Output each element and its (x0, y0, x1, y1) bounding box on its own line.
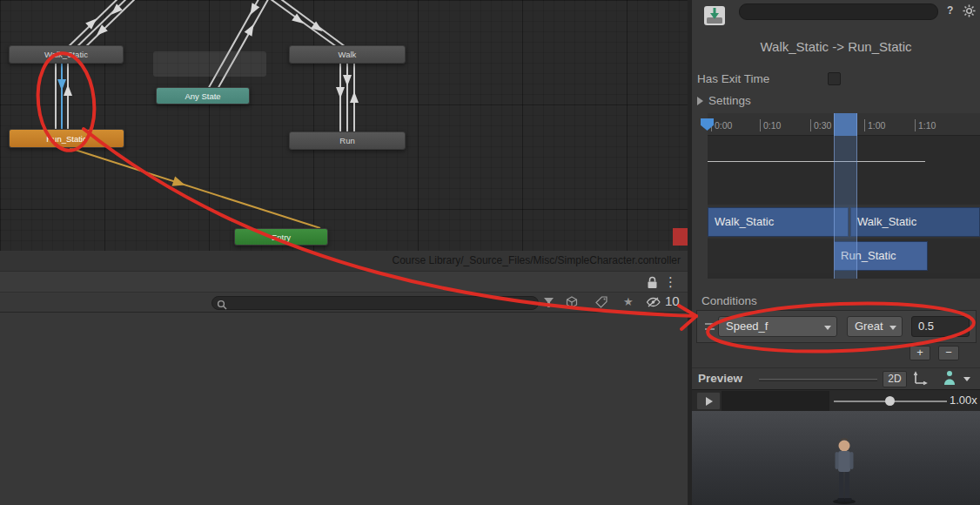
gear-icon[interactable] (963, 4, 976, 21)
animator-graph-canvas[interactable]: Walk_Static Walk Any State Run_Static Ru… (0, 0, 688, 251)
condition-parameter-dropdown[interactable]: Speed_f (718, 316, 837, 337)
chevron-down-icon (824, 326, 831, 330)
star-icon[interactable]: ★ (623, 295, 634, 308)
transition-name-field[interactable] (739, 3, 938, 20)
clip-bar-walk-static[interactable]: Walk_Static (708, 207, 849, 237)
kebab-menu-icon[interactable]: ⋮ (664, 274, 677, 290)
conditions-heading: Conditions (701, 294, 757, 307)
entry-default-transition-line[interactable] (70, 148, 320, 228)
playback-speed-value: 1.00x (950, 394, 977, 407)
window-toolbar: ⋮ (0, 271, 688, 292)
state-node-run[interactable]: Run (289, 131, 406, 150)
playbar-track-area (722, 391, 829, 411)
transition-title: Walk_Static -> Run_Static (692, 39, 980, 54)
has-exit-time-checkbox[interactable] (828, 72, 841, 85)
transition-range-band[interactable] (834, 113, 857, 279)
condition-operator-dropdown[interactable]: Great (847, 316, 903, 337)
add-condition-button[interactable]: + (910, 346, 930, 360)
preview-2d-button[interactable]: 2D (883, 371, 907, 387)
hidden-object-count: 10 (665, 293, 680, 308)
avatar-icon (943, 370, 957, 386)
selected-transition-arrowhead (57, 79, 66, 91)
state-node-run-static[interactable]: Run_Static (9, 129, 124, 148)
red-marker-square (673, 228, 688, 246)
speed-slider-handle[interactable] (885, 396, 895, 406)
condition-drag-handle[interactable] (705, 323, 715, 330)
state-label: Walk_Static (44, 50, 88, 59)
state-label: Walk (339, 50, 357, 59)
search-icon (217, 298, 227, 313)
drag-ghost-box (153, 51, 266, 77)
transition-timeline[interactable]: 0:00 0:10 0:30 1:00 1:10 Walk_Static Wal… (708, 113, 980, 279)
entry-transition-arrowhead (171, 176, 186, 190)
blend-curve-line (708, 161, 925, 162)
preview-playbar: 1.00x (692, 389, 980, 411)
filter-icon[interactable] (543, 296, 554, 312)
preview-character (822, 437, 866, 505)
preview-heading: Preview (698, 372, 742, 385)
empty-panel-area (0, 313, 688, 505)
state-node-any-state[interactable]: Any State (156, 87, 250, 104)
preview-splitter-handle[interactable] (759, 379, 877, 381)
tag-icon[interactable] (595, 296, 607, 312)
inspector-panel: ? Walk_Static -> Run_Static Has Exit Tim… (692, 0, 980, 505)
lock-icon[interactable] (647, 276, 658, 293)
transition-lines (0, 0, 688, 251)
timeline-tick: 0:30 (810, 119, 831, 131)
transition-icon (703, 5, 726, 30)
play-button[interactable] (696, 392, 721, 410)
gizmo-axis-icon[interactable] (913, 371, 928, 389)
preview-header: Preview 2D (692, 367, 980, 389)
settings-label[interactable]: Settings (708, 94, 751, 107)
search-input[interactable] (211, 296, 539, 310)
state-node-walk-static[interactable]: Walk_Static (9, 45, 124, 64)
conditions-list: Speed_f Great 0.5 (696, 310, 977, 343)
state-label: Any State (185, 91, 220, 101)
prefab-cube-icon[interactable] (566, 296, 578, 312)
state-label: Entry (272, 232, 291, 242)
state-label: Run (339, 136, 354, 145)
timeline-tick: 1:10 (915, 119, 936, 131)
help-icon[interactable]: ? (947, 4, 953, 17)
search-toolbar: ★ 10 (0, 292, 688, 313)
remove-condition-button[interactable]: − (938, 346, 959, 360)
chevron-down-icon (963, 377, 970, 381)
controller-path: Course Library/_Source_Files/Misc/Simple… (0, 251, 688, 271)
play-icon (706, 397, 713, 406)
avatar-selector-button[interactable] (943, 370, 977, 387)
eye-hidden-icon[interactable] (646, 296, 661, 312)
settings-foldout-icon[interactable] (697, 97, 703, 105)
clip-bar-walk-static-2[interactable]: Walk_Static (850, 207, 980, 237)
condition-value-field[interactable]: 0.5 (911, 316, 970, 337)
has-exit-time-label: Has Exit Time (697, 72, 769, 85)
timeline-tick: 0:10 (760, 119, 781, 131)
preview-viewport[interactable] (692, 411, 980, 505)
timeline-tick: 1:00 (864, 119, 885, 131)
state-label: Run_Static (46, 134, 86, 144)
state-node-entry[interactable]: Entry (234, 228, 328, 246)
chevron-down-icon (889, 326, 896, 330)
state-node-walk[interactable]: Walk (289, 45, 406, 64)
timeline-tick: 0:00 (711, 119, 732, 131)
